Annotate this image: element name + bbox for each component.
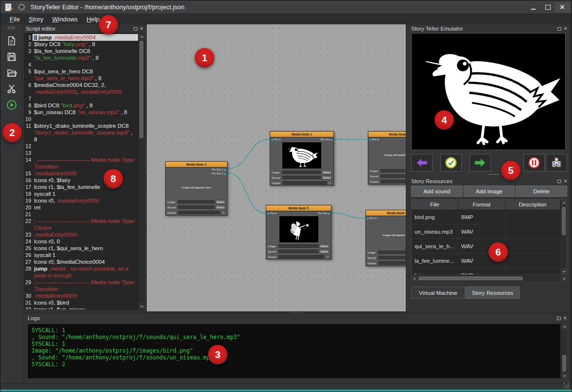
scroll-up-icon[interactable]: [139, 34, 145, 40]
table-cell[interactable]: bird.png: [412, 210, 458, 224]
next-button[interactable]: [469, 154, 491, 171]
table-row[interactable]: qui_sera_le_h...WAV: [412, 239, 560, 254]
close-panel-icon[interactable]: [564, 27, 567, 31]
resize-grip[interactable]: [564, 383, 570, 389]
code-line[interactable]: 2$fairy DC8 "fairy.png" , 8: [25, 41, 138, 48]
table-cell[interactable]: [505, 268, 560, 274]
new-script-button[interactable]: [4, 34, 19, 48]
code-line[interactable]: 3$la_fee_luminelle DC8 "la_fee_luminelle…: [25, 48, 138, 61]
code-line[interactable]: 4: [25, 61, 138, 68]
previous-button[interactable]: [411, 154, 433, 171]
code-line[interactable]: 32lcons r1, $un_oiseau: [25, 306, 138, 309]
code-line[interactable]: 31lcons r0, $bird: [25, 299, 138, 306]
code-line[interactable]: 27lcons r0, $mediaChoice0004: [25, 258, 138, 265]
table-cell[interactable]: [505, 254, 560, 268]
pin-in[interactable]: Pin In: [367, 217, 377, 220]
code-line[interactable]: 8$bird DC8 "bird.png" , 8: [25, 102, 138, 109]
float-panel-icon[interactable]: [134, 27, 138, 31]
node-select-button[interactable]: Select: [215, 200, 225, 204]
menu-item-windows[interactable]: Windows: [48, 14, 82, 24]
code-line[interactable]: 22; ---------------------------- Media n…: [25, 218, 138, 231]
maximize-button[interactable]: [540, 2, 555, 12]
close-button[interactable]: [555, 2, 570, 12]
close-panel-icon[interactable]: [563, 316, 567, 320]
node-select-button[interactable]: Select: [322, 175, 332, 180]
media-node[interactable]: Media Node 4Pin Out 1Pin Out 2Image will…: [165, 161, 227, 216]
save-button[interactable]: [4, 50, 19, 64]
code-line[interactable]: 24lcons r0, 0: [25, 238, 138, 245]
table-row[interactable]: un_oiseau.mp3WAV: [412, 224, 560, 239]
code-line[interactable]: 25lcons r1, $qui_sera_le_hero: [25, 245, 138, 252]
logs-scrollbar[interactable]: [561, 324, 567, 379]
ok-button[interactable]: [440, 154, 462, 171]
table-cell[interactable]: WAV: [458, 224, 505, 239]
table-cell[interactable]: la_fee_lumine...: [412, 254, 458, 268]
code-line[interactable]: 26syscall 1: [25, 252, 138, 258]
code-line[interactable]: 6$mediaChoice0004 DC32, 2, .mediaEntry00…: [25, 82, 138, 95]
tab-story-resources[interactable]: Story Resources: [466, 287, 520, 299]
table-row[interactable]: bird.pngBMP: [412, 210, 560, 224]
node-select-button[interactable]: Select: [319, 244, 329, 248]
media-node[interactable]: Media Node 5Pin InPin OutImageSelectSoun…: [266, 205, 331, 259]
node-select-button[interactable]: Select: [319, 249, 329, 254]
pin-out[interactable]: Pin Out 2: [212, 172, 226, 175]
table-row[interactable]: fairy.pngBMP: [412, 268, 560, 274]
close-panel-icon[interactable]: [564, 179, 567, 183]
table-row[interactable]: la_fee_lumine...WAV: [412, 254, 560, 268]
code-line[interactable]: 28jump .media ; no return possible, so a…: [25, 265, 138, 279]
code-line[interactable]: 21: [25, 211, 138, 218]
table-cell[interactable]: un_oiseau.mp3: [412, 224, 458, 239]
code-line[interactable]: 14; ---------------------------- Media n…: [25, 156, 138, 170]
code-line[interactable]: 5$qui_sera_le_hero DC8 "qui_sera_le_hero…: [25, 68, 138, 82]
add-image-button[interactable]: Add image: [464, 186, 515, 197]
code-line[interactable]: 30.mediaEntry0003:: [25, 292, 138, 299]
add-sound-button[interactable]: Add sound: [411, 186, 463, 197]
close-panel-icon[interactable]: [140, 27, 143, 31]
node-canvas[interactable]: Media Node 4Pin Out 1Pin Out 2Image will…: [146, 24, 406, 311]
home-button[interactable]: [546, 154, 567, 171]
table-cell[interactable]: [505, 224, 560, 239]
scroll-down-icon[interactable]: [139, 303, 145, 309]
code-line[interactable]: 11$story1_drako_luminelle_sceptre DC8 "s…: [25, 122, 138, 143]
float-panel-icon[interactable]: [557, 27, 561, 31]
table-cell[interactable]: BMP: [458, 268, 505, 274]
toolbar-drag-handle[interactable]: [8, 26, 16, 29]
code-line[interactable]: 20ret: [25, 204, 138, 211]
column-header[interactable]: File: [412, 200, 458, 210]
pin-in[interactable]: Pin In: [267, 212, 277, 215]
node-select-button[interactable]: Select: [215, 205, 225, 209]
table-hscrollbar[interactable]: [411, 275, 567, 281]
node-select-button[interactable]: Select: [322, 170, 332, 174]
pin-out[interactable]: Pin Out: [318, 212, 330, 215]
table-cell[interactable]: BMP: [458, 210, 505, 224]
code-line[interactable]: 29; ---------------------------- Media n…: [25, 279, 138, 292]
pin-out[interactable]: Pin Out: [321, 138, 332, 141]
code-line[interactable]: 23.mediaEntry0004:: [25, 231, 138, 238]
scroll-right-icon[interactable]: [561, 275, 567, 282]
pin-in[interactable]: Pin In: [369, 138, 379, 141]
menu-item-story[interactable]: Story: [24, 14, 48, 24]
menu-item-file[interactable]: File: [5, 14, 24, 24]
code-line[interactable]: 1jump .mediaEntry0004: [25, 34, 138, 41]
code-line[interactable]: 9$un_oiseau DC8 "un_oiseau.mp3" , 8: [25, 109, 138, 116]
media-node[interactable]: Media Node 1Pin InPin OutImageSelectSoun…: [270, 131, 334, 186]
code-line[interactable]: 10: [25, 116, 138, 122]
scroll-down-icon[interactable]: [561, 268, 567, 274]
pin-in[interactable]: Pin In: [271, 138, 281, 141]
code-line[interactable]: 17lcons r1, $la_fee_luminelle: [25, 184, 138, 190]
open-button[interactable]: [4, 66, 19, 80]
media-node[interactable]: Media Node 2Pin InPin OutImage will appe…: [368, 131, 406, 185]
scroll-up-icon[interactable]: [561, 324, 568, 330]
scroll-up-icon[interactable]: [561, 200, 567, 206]
table-cell[interactable]: [505, 210, 560, 224]
pause-button[interactable]: [523, 154, 545, 171]
minimize-button[interactable]: [526, 2, 540, 12]
table-cell[interactable]: qui_sera_le_h...: [412, 239, 458, 254]
delete-button[interactable]: Delete: [516, 186, 567, 197]
column-header[interactable]: Description: [505, 200, 560, 210]
panel-splitter-handle[interactable]: [411, 172, 567, 177]
table-cell[interactable]: [505, 239, 560, 254]
code-line[interactable]: 7: [25, 95, 138, 102]
media-node[interactable]: Media Node 6Pin InPin OutImage will appe…: [365, 210, 406, 266]
splitter-handle[interactable]: [403, 162, 406, 174]
